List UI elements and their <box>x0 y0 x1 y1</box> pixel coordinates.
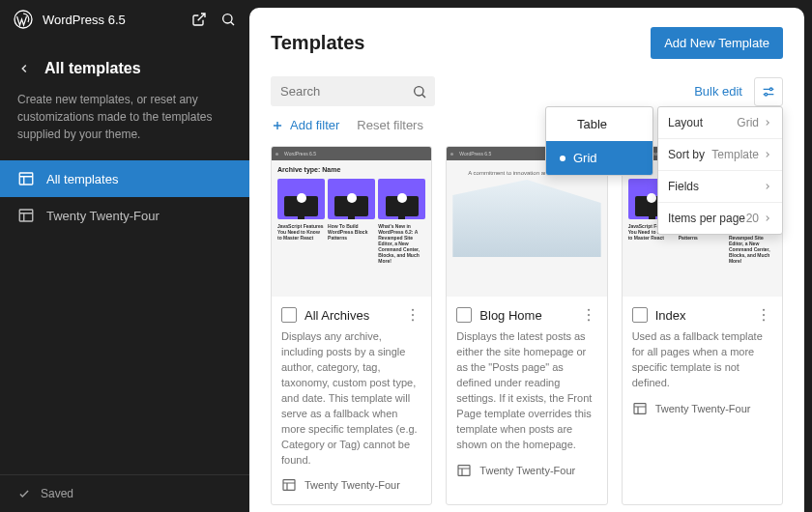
search-input[interactable] <box>271 76 435 106</box>
card-description: Displays the latest posts as either the … <box>447 329 606 463</box>
card-title: Blog Home <box>479 308 571 323</box>
card-theme: Twenty Twenty-Four <box>447 463 606 490</box>
more-menu-icon[interactable] <box>404 306 421 324</box>
more-menu-icon[interactable] <box>580 306 597 324</box>
chevron-right-icon <box>763 118 772 128</box>
panel-row-sort-by[interactable]: Sort by Template <box>658 139 782 171</box>
nav-label: Twenty Twenty-Four <box>46 209 160 223</box>
more-menu-icon[interactable] <box>755 306 772 324</box>
nav-label: All templates <box>46 172 118 186</box>
panel-row-fields[interactable]: Fields <box>658 171 782 203</box>
card-theme: Twenty Twenty-Four <box>623 401 782 428</box>
svg-point-13 <box>588 319 590 321</box>
layout-icon <box>456 463 472 478</box>
add-new-template-button[interactable]: Add New Template <box>651 27 783 59</box>
search-field[interactable] <box>271 76 435 106</box>
main-panel: Templates Add New Template Bulk edit Add… <box>249 8 804 512</box>
section-title: All templates <box>44 60 141 77</box>
svg-point-12 <box>588 314 590 316</box>
search-icon <box>412 84 427 100</box>
panel-row-layout[interactable]: Layout Grid <box>658 107 782 139</box>
view-options-panel: Layout Grid Sort by Template Fields Item… <box>657 106 783 235</box>
svg-point-17 <box>763 319 765 321</box>
wordpress-logo-icon <box>14 10 33 29</box>
svg-point-5 <box>769 88 772 91</box>
card-preview: WordPress 6.5 Archive type: Name JavaScr… <box>272 147 431 297</box>
svg-point-16 <box>763 314 765 316</box>
app-top-bar: WordPress 6.5 <box>0 0 249 39</box>
card-title: All Archives <box>304 308 396 323</box>
card-description: Displays any archive, including posts by… <box>272 329 431 477</box>
svg-rect-10 <box>283 480 295 491</box>
add-filter-button[interactable]: Add filter <box>271 118 339 132</box>
svg-point-15 <box>763 309 765 311</box>
svg-rect-14 <box>458 465 470 475</box>
svg-point-4 <box>415 87 423 96</box>
svg-point-9 <box>412 319 414 321</box>
card-checkbox[interactable] <box>281 307 297 323</box>
toolbar: Bulk edit <box>271 76 783 106</box>
sliders-icon <box>761 84 776 100</box>
card-theme: Twenty Twenty-Four <box>272 477 431 504</box>
dropdown-option-table[interactable]: Table <box>546 107 652 141</box>
sidebar-item-all-templates[interactable]: All templates <box>0 160 249 197</box>
chevron-right-icon <box>763 182 772 191</box>
template-card-all-archives[interactable]: WordPress 6.5 Archive type: Name JavaScr… <box>271 146 432 505</box>
svg-point-11 <box>588 309 590 311</box>
page-title: Templates <box>271 32 364 54</box>
back-chevron-icon[interactable] <box>17 62 31 75</box>
view-options-button[interactable] <box>754 77 783 106</box>
layout-icon <box>17 170 35 187</box>
saved-label: Saved <box>41 487 73 500</box>
sidebar: WordPress 6.5 All templates Create new t… <box>0 0 249 512</box>
chevron-right-icon <box>763 150 772 159</box>
add-filter-label: Add filter <box>290 118 339 132</box>
reset-filters-button[interactable]: Reset filters <box>357 118 423 132</box>
saved-status: Saved <box>0 474 249 512</box>
section-header: All templates <box>0 39 249 91</box>
dropdown-option-grid[interactable]: Grid <box>546 141 652 175</box>
page-header: Templates Add New Template <box>271 27 783 59</box>
panel-row-items-per-page[interactable]: Items per page 20 <box>658 203 782 234</box>
check-icon <box>17 487 31 500</box>
plus-icon <box>271 119 284 132</box>
layout-icon <box>281 477 297 493</box>
svg-point-1 <box>223 14 232 23</box>
layout-icon <box>17 207 35 224</box>
sidebar-item-twenty-twenty-four[interactable]: Twenty Twenty-Four <box>0 197 249 234</box>
svg-point-8 <box>412 314 414 316</box>
card-checkbox[interactable] <box>632 307 648 323</box>
svg-point-7 <box>412 309 414 311</box>
layout-icon <box>632 401 648 416</box>
bulk-edit-button[interactable]: Bulk edit <box>694 84 742 99</box>
sidebar-description: Create new templates, or reset any custo… <box>0 91 249 160</box>
card-checkbox[interactable] <box>456 307 472 323</box>
app-title: WordPress 6.5 <box>43 13 182 27</box>
svg-point-6 <box>765 93 768 96</box>
card-description: Used as a fallback template for all page… <box>623 329 782 401</box>
chevron-right-icon <box>763 213 772 223</box>
external-link-icon[interactable] <box>191 12 207 27</box>
svg-rect-18 <box>634 403 646 413</box>
bulk-edit-label: Bulk edit <box>694 84 742 99</box>
search-icon[interactable] <box>220 12 236 27</box>
template-card-blog-home[interactable]: WordPress 6.5 A commitment to innovation… <box>446 146 607 505</box>
layout-dropdown: Table Grid <box>545 106 653 176</box>
svg-rect-3 <box>19 210 33 221</box>
card-title: Index <box>655 308 747 323</box>
svg-rect-2 <box>19 173 33 185</box>
